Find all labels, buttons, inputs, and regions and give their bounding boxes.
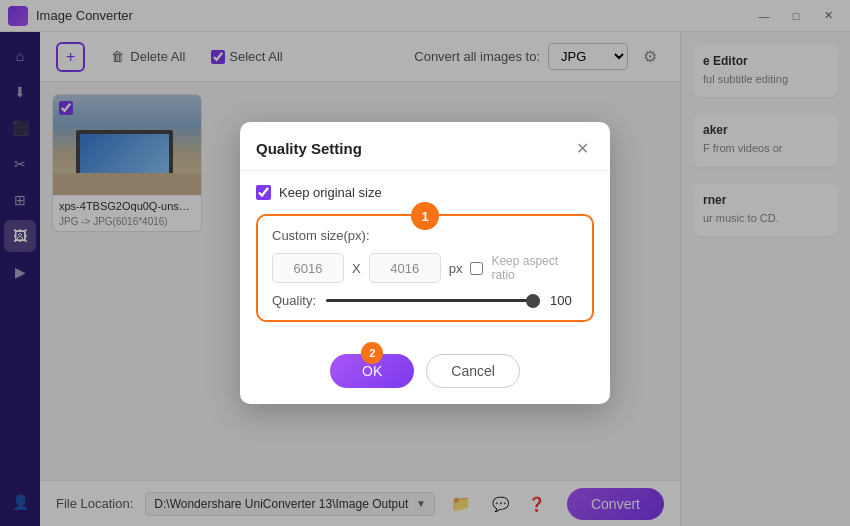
px-label: px — [449, 261, 463, 276]
dialog-header: Quality Setting ✕ — [240, 122, 610, 171]
keep-original-label: Keep original size — [279, 185, 382, 200]
custom-size-section: 1 Custom size(px): X px Keep aspect rati… — [256, 214, 594, 322]
custom-size-label: Custom size(px): — [272, 228, 578, 243]
height-input[interactable] — [369, 253, 441, 283]
dialog-close-button[interactable]: ✕ — [570, 136, 594, 160]
modal-overlay: Quality Setting ✕ Keep original size 1 C… — [0, 0, 850, 526]
dialog-title: Quality Setting — [256, 140, 362, 157]
step1-badge: 1 — [411, 202, 439, 230]
dialog-body: Keep original size 1 Custom size(px): X … — [240, 171, 610, 344]
dialog-footer: 2 OK Cancel — [240, 344, 610, 404]
cancel-button[interactable]: Cancel — [426, 354, 520, 388]
quality-setting-dialog: Quality Setting ✕ Keep original size 1 C… — [240, 122, 610, 404]
quality-row: Quality: 100 — [272, 293, 578, 308]
keep-aspect-label: Keep aspect ratio — [491, 254, 578, 282]
keep-original-row: Keep original size — [256, 185, 594, 200]
quality-value: 100 — [550, 293, 578, 308]
size-inputs-row: X px Keep aspect ratio — [272, 253, 578, 283]
quality-label: Quality: — [272, 293, 316, 308]
keep-original-checkbox[interactable] — [256, 185, 271, 200]
quality-slider[interactable] — [326, 299, 540, 302]
app-window: Image Converter — □ ✕ ⌂ ⬇ ⬛ ✂ ⊞ 🖼 ▶ 👤 — [0, 0, 850, 526]
ok-label: OK — [362, 363, 382, 379]
x-separator: X — [352, 261, 361, 276]
keep-aspect-checkbox[interactable] — [470, 262, 483, 275]
step2-badge: 2 — [361, 342, 383, 364]
ok-button[interactable]: 2 OK — [330, 354, 414, 388]
width-input[interactable] — [272, 253, 344, 283]
